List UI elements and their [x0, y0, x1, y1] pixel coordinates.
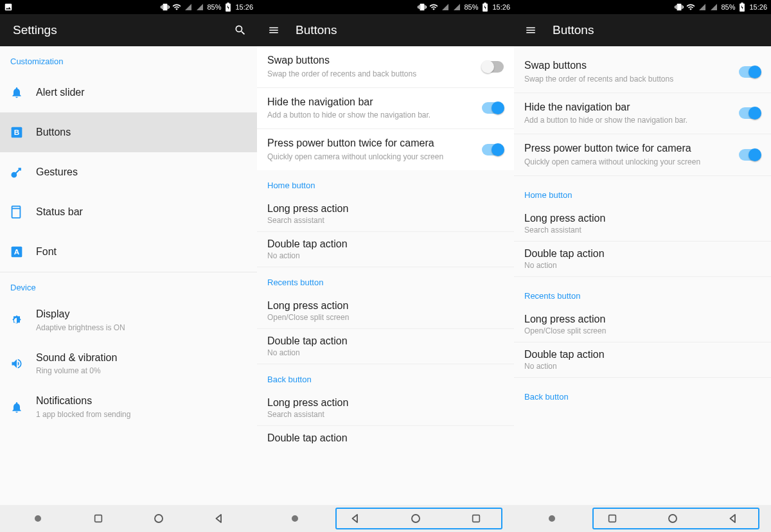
switch[interactable] [482, 144, 504, 155]
status-bar: 85% 15:26 [257, 0, 514, 14]
bell-icon [10, 401, 36, 414]
signal-icon-2 [195, 3, 204, 12]
clock: 15:26 [235, 3, 253, 11]
row-alert-slider[interactable]: Alert slider [0, 73, 257, 112]
section-back-button: Back button [257, 364, 514, 391]
home-long-press[interactable]: Long press action Search assistant [514, 206, 771, 242]
svg-text:B: B [14, 128, 19, 136]
row-buttons[interactable]: B Buttons [0, 112, 257, 152]
label: Gestures [36, 166, 247, 179]
switch[interactable] [482, 102, 504, 114]
label: Buttons [36, 126, 247, 139]
toggle-swap-buttons[interactable]: Swap buttons Swap the order of recents a… [514, 51, 771, 93]
row-status-bar[interactable]: Status bar [0, 192, 257, 232]
section-device: Device [0, 272, 257, 299]
menu-icon[interactable] [524, 24, 537, 37]
section-recents-button: Recents button [257, 267, 514, 294]
home-double-tap[interactable]: Double tap action No action [257, 232, 514, 267]
vibrate-icon [418, 3, 427, 12]
signal-icon-2 [709, 3, 718, 12]
battery-percent: 85% [464, 3, 478, 11]
navigation-bar [257, 505, 514, 532]
app-bar: Settings [0, 14, 257, 46]
nav-back-icon[interactable] [208, 507, 231, 530]
section-recents-button: Recents button [514, 277, 771, 307]
switch[interactable] [739, 66, 761, 78]
row-font[interactable]: A Font [0, 232, 257, 272]
battery-icon [481, 3, 490, 12]
row-gestures[interactable]: Gestures [0, 152, 257, 192]
switch[interactable] [739, 149, 761, 161]
section-home-button: Home button [514, 176, 771, 206]
battery-icon [738, 3, 747, 12]
label: Display [36, 308, 247, 321]
gesture-icon [10, 166, 36, 179]
wifi-icon [429, 3, 438, 12]
navigation-bar [514, 505, 771, 532]
switch[interactable] [739, 107, 761, 119]
wifi-icon [686, 3, 695, 12]
nav-highlight [335, 508, 502, 529]
volume-icon [10, 357, 36, 370]
label: Alert slider [36, 86, 247, 100]
screen-settings: 85% 15:26 Settings Customization Alert s… [0, 0, 257, 532]
row-notifications[interactable]: Notifications 1 app blocked from sending [0, 386, 257, 429]
image-icon [4, 3, 13, 12]
sub: Adaptive brightness is ON [36, 323, 247, 333]
page-title: Buttons [296, 23, 337, 37]
svg-point-2 [12, 173, 17, 177]
a-icon: A [10, 245, 36, 258]
brightness-icon [10, 314, 36, 327]
buttons-settings[interactable]: Swap buttons Swap the order of recents a… [514, 46, 771, 505]
back-long-press[interactable]: Long press action Search assistant [257, 391, 514, 426]
battery-percent: 85% [207, 3, 221, 11]
home-double-tap[interactable]: Double tap action No action [514, 242, 771, 277]
row-sound[interactable]: Sound & vibration Ring volume at 0% [0, 342, 257, 386]
back-double-tap[interactable]: Double tap action [257, 426, 514, 450]
nav-toggle-icon[interactable] [283, 507, 306, 530]
toggle-power-camera[interactable]: Press power button twice for camera Quic… [257, 129, 514, 170]
row-display[interactable]: Display Adaptive brightness is ON [0, 299, 257, 342]
home-long-press[interactable]: Long press action Search assistant [257, 197, 514, 232]
sub: 1 app blocked from sending [36, 409, 247, 420]
nav-home-icon[interactable] [147, 507, 170, 530]
screen-buttons-swap-off: 85% 15:26 Buttons Swap buttons Swap the … [257, 0, 514, 532]
nav-toggle-icon[interactable] [26, 507, 49, 530]
section-home-button: Home button [257, 170, 514, 197]
toggle-hide-navbar[interactable]: Hide the navigation bar Add a button to … [514, 93, 771, 135]
toggle-hide-navbar[interactable]: Hide the navigation bar Add a button to … [257, 88, 514, 130]
battery-percent: 85% [721, 3, 735, 11]
menu-icon[interactable] [267, 24, 280, 37]
signal-icon-2 [452, 3, 461, 12]
signal-icon [441, 3, 450, 12]
clock: 15:26 [749, 3, 767, 11]
signal-icon [184, 3, 193, 12]
switch[interactable] [482, 61, 504, 73]
signal-icon [698, 3, 707, 12]
label: Notifications [36, 395, 247, 408]
clock: 15:26 [492, 3, 510, 11]
recents-long-press[interactable]: Long press action Open/Close split scree… [514, 307, 771, 342]
search-icon[interactable] [234, 24, 247, 37]
app-bar: Buttons [257, 14, 514, 46]
sub: Ring volume at 0% [36, 366, 247, 377]
app-bar: Buttons [514, 14, 771, 46]
svg-rect-8 [95, 515, 102, 522]
toggle-power-camera[interactable]: Press power button twice for camera Quic… [514, 134, 771, 176]
section-customization: Customization [0, 46, 257, 73]
wifi-icon [172, 3, 181, 12]
settings-list[interactable]: Customization Alert slider B Buttons Ges… [0, 46, 257, 505]
page-title: Buttons [553, 23, 594, 37]
toggle-swap-buttons[interactable]: Swap buttons Swap the order of recents a… [257, 46, 514, 88]
recents-long-press[interactable]: Long press action Open/Close split scree… [257, 294, 514, 329]
section-back-button: Back button [514, 378, 771, 408]
nav-toggle-icon[interactable] [540, 507, 563, 530]
svg-text:A: A [14, 247, 20, 256]
recents-double-tap[interactable]: Double tap action No action [257, 329, 514, 364]
buttons-settings[interactable]: Swap buttons Swap the order of recents a… [257, 46, 514, 505]
page-title: Settings [13, 23, 57, 37]
recents-double-tap[interactable]: Double tap action No action [514, 342, 771, 378]
statusbar-icon [10, 205, 36, 219]
vibrate-icon [675, 3, 684, 12]
nav-recents-icon[interactable] [87, 507, 110, 530]
